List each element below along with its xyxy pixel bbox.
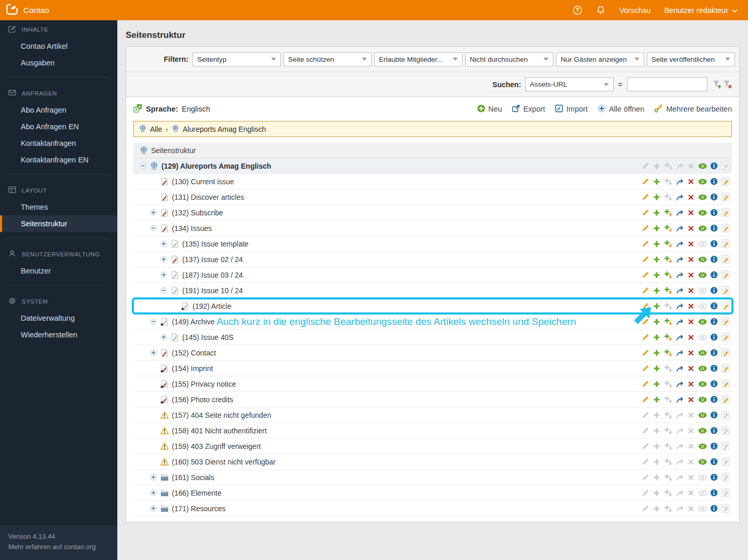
edit-page-button[interactable] [641, 177, 650, 186]
toggle-visibility-button[interactable] [698, 504, 707, 513]
show-details-button[interactable] [709, 224, 718, 233]
show-details-button[interactable] [709, 161, 718, 171]
move-page-button[interactable] [675, 208, 684, 217]
sidebar-item-seitenstruktur[interactable]: Seitenstruktur [0, 215, 117, 232]
paste-into-button[interactable] [663, 317, 673, 326]
search-input[interactable] [627, 77, 708, 91]
show-details-button[interactable] [709, 379, 718, 389]
edit-page-button[interactable] [641, 302, 650, 311]
delete-page-button[interactable] [686, 270, 696, 280]
delete-page-button[interactable] [686, 177, 696, 186]
toolbar-mehrere-bearbeiten-button[interactable]: Mehrere bearbeiten [654, 104, 732, 114]
sidebar-item-kontaktanfragen-en[interactable]: Kontaktanfragen EN [0, 152, 117, 168]
toolbar-alle-öffnen-button[interactable]: Alle öffnen [597, 104, 644, 114]
filter-select-1[interactable]: Seite schützen [283, 52, 372, 66]
paste-into-button[interactable] [663, 208, 673, 217]
paste-into-button[interactable] [663, 239, 673, 249]
expand-toggle-icon[interactable] [150, 349, 160, 356]
move-page-button[interactable] [675, 224, 684, 233]
show-details-button[interactable] [709, 193, 718, 202]
edit-page-button[interactable] [641, 208, 650, 217]
collapse-toggle-icon[interactable] [160, 287, 171, 294]
edit-articles-button[interactable] [720, 364, 730, 373]
toolbar-import-button[interactable]: Import [555, 104, 588, 114]
new-page-button[interactable] [652, 348, 661, 358]
new-page-button[interactable] [652, 333, 661, 342]
move-page-button[interactable] [675, 395, 684, 404]
edit-articles-button[interactable] [720, 255, 730, 264]
toggle-visibility-button[interactable] [698, 255, 707, 264]
sidebar-section-anfragen[interactable]: ANFRAGEN [0, 84, 117, 102]
show-details-button[interactable] [709, 239, 718, 249]
edit-articles-button[interactable] [720, 317, 730, 326]
filter-select-4[interactable]: Nur Gästen anzeigen [556, 52, 644, 66]
contao-logo[interactable]: Contao [5, 3, 49, 18]
show-details-button[interactable] [709, 442, 718, 451]
move-page-button[interactable] [675, 239, 684, 249]
show-details-button[interactable] [709, 302, 718, 311]
edit-page-button[interactable] [641, 379, 650, 389]
move-page-button[interactable] [675, 270, 684, 280]
toggle-visibility-button[interactable] [698, 348, 707, 358]
sidebar-item-benutzer[interactable]: Benutzer [0, 263, 117, 279]
sidebar-section-benutzerverwaltung[interactable]: BENUTZERVERWALTUNG [0, 245, 117, 263]
edit-articles-button[interactable] [720, 270, 730, 280]
toggle-visibility-button[interactable] [698, 161, 707, 171]
sidebar-item-contao-artikel[interactable]: Contao Artikel [0, 38, 117, 54]
show-details-button[interactable] [709, 395, 718, 404]
sidebar-section-system[interactable]: SYSTEM [0, 292, 117, 310]
filter-select-0[interactable]: Seitentyp [193, 52, 281, 66]
edit-articles-button[interactable] [720, 177, 730, 186]
sidebar-section-layout[interactable]: LAYOUT [0, 181, 117, 199]
filter-select-3[interactable]: Nicht durchsuchen [465, 52, 553, 66]
help-icon[interactable]: ? [573, 5, 582, 15]
expand-toggle-icon[interactable] [160, 240, 171, 247]
paste-into-button[interactable] [663, 255, 673, 264]
show-details-button[interactable] [709, 317, 718, 326]
bell-icon[interactable] [596, 5, 606, 15]
move-page-button[interactable] [675, 177, 684, 186]
delete-page-button[interactable] [686, 239, 696, 249]
expand-toggle-icon[interactable] [150, 474, 160, 481]
toggle-visibility-button[interactable] [698, 302, 707, 311]
delete-page-button[interactable] [686, 395, 696, 404]
edit-page-button[interactable] [641, 286, 650, 295]
expand-toggle-icon[interactable] [160, 271, 171, 278]
delete-page-button[interactable] [686, 224, 696, 233]
toggle-visibility-button[interactable] [698, 473, 707, 482]
new-page-button[interactable] [652, 395, 661, 404]
edit-page-button[interactable] [641, 255, 650, 264]
edit-page-button[interactable] [641, 364, 650, 373]
toggle-visibility-button[interactable] [698, 286, 707, 295]
add-filter-icon[interactable] [713, 80, 722, 89]
edit-articles-button[interactable] [720, 333, 730, 342]
expand-toggle-icon[interactable] [150, 489, 160, 496]
show-details-button[interactable] [709, 457, 718, 467]
show-details-button[interactable] [709, 208, 718, 217]
toggle-visibility-button[interactable] [698, 317, 707, 326]
sidebar-item-abo-anfragen-en[interactable]: Abo Anfragen EN [0, 118, 117, 135]
sidebar-item-ausgaben[interactable]: Ausgaben [0, 54, 117, 71]
show-details-button[interactable] [709, 286, 718, 295]
toggle-visibility-button[interactable] [698, 177, 707, 186]
show-details-button[interactable] [709, 270, 718, 280]
expand-toggle-icon[interactable] [150, 209, 160, 216]
move-page-button[interactable] [675, 302, 684, 311]
toggle-visibility-button[interactable] [698, 333, 707, 342]
contao-org-link[interactable]: Mehr erfahren auf contao.org [8, 542, 109, 552]
edit-page-button[interactable] [641, 317, 650, 326]
edit-articles-button[interactable] [720, 302, 730, 311]
toggle-visibility-button[interactable] [698, 224, 707, 233]
delete-page-button[interactable] [686, 364, 696, 373]
move-page-button[interactable] [675, 379, 684, 389]
paste-into-button[interactable] [663, 333, 673, 342]
toggle-visibility-button[interactable] [698, 442, 707, 451]
move-page-button[interactable] [675, 317, 684, 326]
new-page-button[interactable] [652, 286, 661, 295]
expand-toggle-icon[interactable] [160, 256, 171, 263]
edit-articles-button[interactable] [720, 286, 730, 295]
delete-page-button[interactable] [686, 193, 696, 202]
expand-toggle-icon[interactable] [160, 334, 171, 340]
edit-page-button[interactable] [641, 270, 650, 280]
preview-link[interactable]: Vorschau [619, 6, 650, 15]
